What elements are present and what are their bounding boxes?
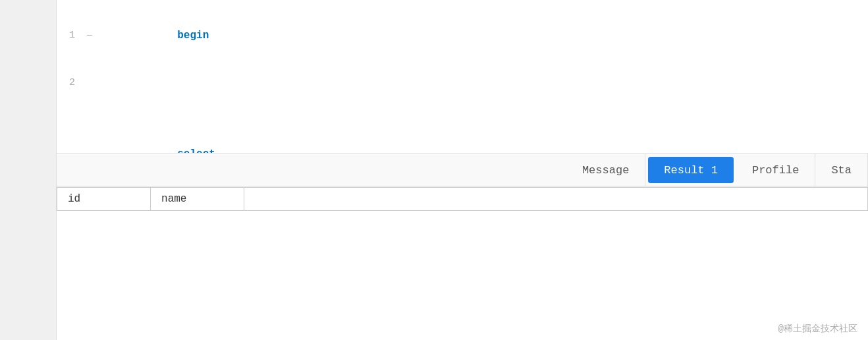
tab-sta[interactable]: Sta <box>815 153 868 187</box>
line-number-1: 1 <box>57 24 83 47</box>
line-content-1: begin <box>96 0 209 71</box>
code-editor: 1 — begin 2 3 <box>57 0 868 153</box>
tab-message[interactable]: Message <box>566 153 645 187</box>
tabs-bar: Message Result 1 Profile Sta <box>57 153 868 187</box>
results-table-area[interactable]: id name @稀土掘金技术社区 <box>57 187 868 340</box>
code-line-1: 1 — begin <box>57 0 868 71</box>
line-number-2: 2 <box>57 71 83 95</box>
code-line-3: 3 select * from test where id > 120 LOCK… <box>57 95 868 153</box>
keyword-select: select <box>177 148 215 153</box>
editor-area: 1 — begin 2 3 <box>56 0 868 340</box>
code-lines: 1 — begin 2 3 <box>57 0 868 153</box>
results-table: id name <box>57 187 868 211</box>
tab-result1[interactable]: Result 1 <box>648 157 734 183</box>
left-sidebar <box>0 0 56 340</box>
tab-profile[interactable]: Profile <box>736 153 815 187</box>
keyword-begin: begin <box>177 30 209 42</box>
line-content-3: select * from test where id > 120 LOCK I… <box>96 95 310 153</box>
column-extra <box>244 188 868 211</box>
collapse-icon-1[interactable]: — <box>83 24 96 47</box>
main-container: 1 — begin 2 3 <box>0 0 868 340</box>
table-header-row: id name <box>57 188 868 211</box>
line-content-2 <box>96 71 108 95</box>
column-name: name <box>151 188 244 211</box>
code-line-2: 2 <box>57 71 868 95</box>
column-id: id <box>57 188 151 211</box>
watermark: @稀土掘金技术社区 <box>778 323 857 335</box>
